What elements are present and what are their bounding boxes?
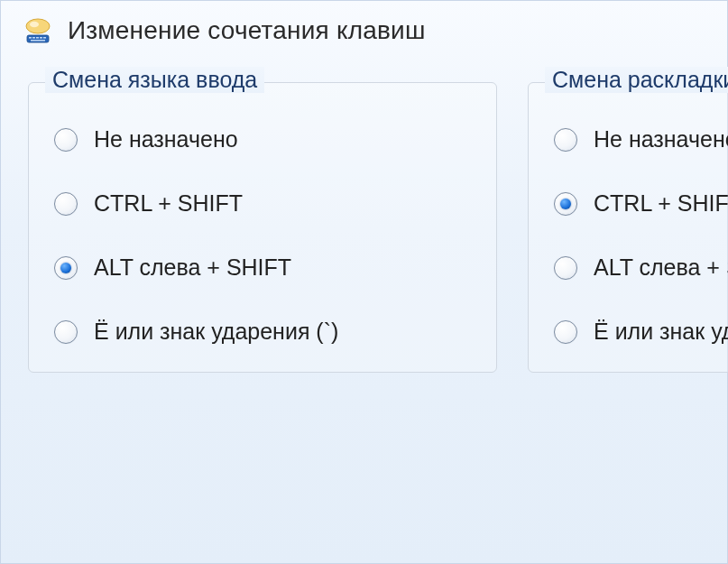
radio-option-left-alt-shift[interactable]: ALT слева + SHIFT (554, 254, 728, 281)
radio-option-ctrl-shift[interactable]: CTRL + SHIFT (554, 190, 728, 217)
svg-rect-5 (36, 37, 39, 39)
radio-label: Не назначено (594, 126, 728, 153)
radio-label: Ё или знак ударения (`) (94, 319, 338, 345)
svg-rect-6 (40, 37, 42, 39)
radio-option-not-assigned[interactable]: Не назначено (54, 126, 471, 153)
radio-option-ctrl-shift[interactable]: CTRL + SHIFT (54, 190, 471, 217)
dialog-content: Смена языка ввода Не назначено CTRL + SH… (1, 66, 727, 373)
svg-rect-8 (31, 40, 45, 42)
radio-label: ALT слева + SHIFT (594, 254, 728, 281)
radio-option-grave-accent[interactable]: Ё или знак ударения (`) (54, 319, 471, 345)
radio-label: ALT слева + SHIFT (94, 254, 291, 281)
radio-label: CTRL + SHIFT (594, 190, 728, 217)
radio-icon (54, 128, 78, 152)
radio-list: Не назначено CTRL + SHIFT ALT слева + SH… (554, 126, 728, 345)
titlebar: Изменение сочетания клавиш (1, 1, 727, 66)
group-input-language: Смена языка ввода Не назначено CTRL + SH… (28, 82, 497, 373)
group-keyboard-layout: Смена раскладки клавиатуры Не назначено … (528, 82, 728, 373)
svg-point-1 (30, 22, 39, 27)
keyboard-layout-icon (21, 14, 55, 48)
svg-rect-4 (32, 37, 35, 39)
radio-list: Не назначено CTRL + SHIFT ALT слева + SH… (54, 126, 471, 345)
radio-icon (554, 320, 577, 344)
radio-icon (54, 256, 78, 280)
radio-icon (554, 192, 577, 216)
svg-rect-7 (43, 37, 46, 39)
dialog-window: Изменение сочетания клавиш Смена языка в… (0, 0, 728, 564)
radio-option-not-assigned[interactable]: Не назначено (554, 126, 728, 153)
group-legend: Смена языка ввода (45, 67, 264, 93)
radio-label: CTRL + SHIFT (94, 190, 243, 217)
group-legend: Смена раскладки клавиатуры (545, 67, 728, 93)
radio-icon (54, 192, 78, 216)
dialog-title: Изменение сочетания клавиш (68, 16, 426, 45)
radio-icon (54, 320, 78, 344)
radio-option-left-alt-shift[interactable]: ALT слева + SHIFT (54, 254, 471, 281)
radio-icon (554, 256, 577, 280)
svg-rect-2 (27, 35, 49, 42)
radio-label: Не назначено (94, 126, 238, 153)
svg-point-0 (26, 19, 50, 33)
radio-label: Ё или знак ударения (`) (594, 319, 728, 345)
radio-option-grave-accent[interactable]: Ё или знак ударения (`) (554, 319, 728, 345)
radio-icon (554, 128, 577, 152)
svg-rect-3 (29, 37, 32, 39)
